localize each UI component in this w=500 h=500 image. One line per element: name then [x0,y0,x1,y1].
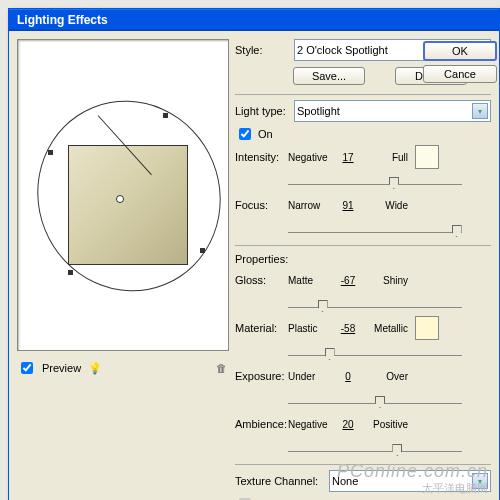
texture-select[interactable]: None▾ [329,470,491,492]
properties-label: Properties: [235,253,491,265]
light-type-label: Light type: [235,105,290,117]
cancel-button[interactable]: Cance [423,65,497,83]
preview-checkbox[interactable] [21,362,33,374]
light-type-select[interactable]: Spotlight▾ [294,100,491,122]
on-label: On [258,128,273,140]
preview-canvas[interactable] [17,39,229,351]
focus-slider[interactable]: Focus: Narrow 91 Wide [235,194,491,216]
on-checkbox[interactable] [239,128,251,140]
ok-button[interactable]: OK [423,41,497,61]
lighting-effects-dialog: Lighting Effects Preview 💡 🗑 St [8,8,500,500]
preview-label: Preview [42,362,81,374]
exposure-slider[interactable]: Exposure: Under 0 Over [235,365,491,387]
chevron-down-icon: ▾ [472,473,488,489]
titlebar[interactable]: Lighting Effects [9,9,499,31]
lightbulb-icon[interactable]: 💡 [87,360,103,376]
intensity-slider[interactable]: Intensity: Negative 17 Full [235,146,491,168]
ambience-slider[interactable]: Ambience: Negative 20 Positive [235,413,491,435]
chevron-down-icon: ▾ [472,103,488,119]
color-swatch[interactable] [415,145,439,169]
material-slider[interactable]: Material: Plastic -58 Metallic [235,317,491,339]
color-swatch[interactable] [415,316,439,340]
texture-label: Texture Channel: [235,475,325,487]
style-label: Style: [235,44,290,56]
save-button[interactable]: Save... [293,67,365,85]
gloss-slider[interactable]: Gloss: Matte -67 Shiny [235,269,491,291]
trash-icon[interactable]: 🗑 [216,362,227,374]
